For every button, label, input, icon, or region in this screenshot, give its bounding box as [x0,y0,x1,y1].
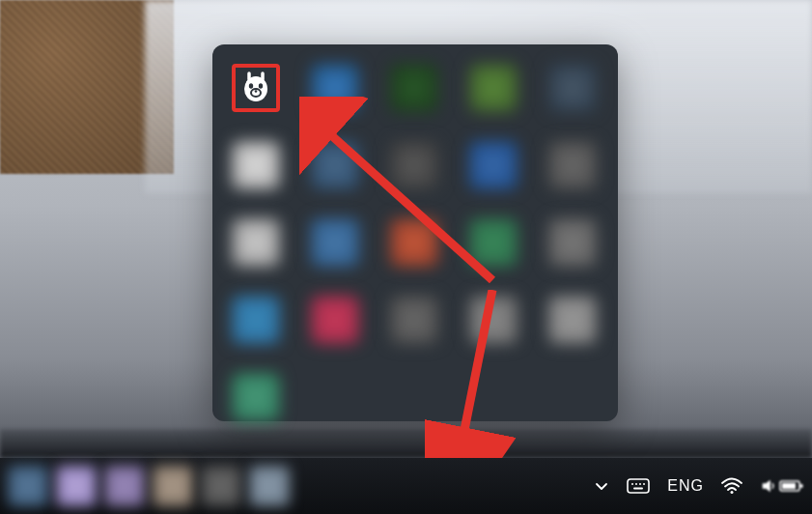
tray-icon-app-blue-4[interactable] [311,218,359,267]
tray-icon-app-teal[interactable] [232,296,280,344]
speaker-icon [760,477,777,495]
svg-point-4 [255,90,258,93]
tray-icon-app-red[interactable] [311,296,359,344]
svg-point-2 [259,83,263,89]
tray-icon-app-gray-7[interactable] [548,296,597,344]
keyboard-icon [627,476,650,496]
sound-battery-cluster[interactable] [760,477,804,495]
taskbar-pin-2[interactable] [56,466,97,506]
tray-icon-app-blue-3[interactable] [469,141,518,189]
svg-rect-16 [782,483,796,489]
tray-overflow-toggle[interactable] [594,478,609,494]
tray-icon-ollama[interactable] [232,64,280,112]
taskbar-pin-3[interactable] [104,466,145,506]
tray-icon-app-dark-green[interactable] [390,64,438,112]
network-wifi-button[interactable] [721,477,742,495]
tray-icon-app-gray-5[interactable] [390,296,438,344]
svg-point-13 [731,491,734,494]
taskbar-pin-4[interactable] [153,466,193,506]
language-indicator[interactable]: ENG [667,477,704,495]
svg-point-9 [635,483,637,485]
tray-icon-app-gray-4[interactable] [548,218,597,267]
taskbar: ENG [0,458,812,514]
svg-point-1 [249,83,253,89]
tray-icon-app-white[interactable] [232,141,280,189]
tray-icon-app-blue[interactable] [311,64,359,112]
taskbar-pinned-apps [8,466,290,506]
taskbar-pin-5[interactable] [201,466,241,506]
wallpaper-rock-region [0,429,812,458]
ollama-icon [240,71,271,105]
svg-rect-12 [633,488,643,490]
svg-rect-15 [800,484,803,488]
svg-point-10 [639,483,641,485]
tray-icon-grid [232,64,599,402]
tray-icon-app-gray-3[interactable] [548,141,597,189]
tray-icon-app-gray-6[interactable] [469,296,518,344]
svg-point-8 [631,483,633,485]
chevron-down-icon [594,478,609,494]
tray-icon-app-blue-2[interactable] [311,141,359,189]
tray-icon-app-white-2[interactable] [232,218,280,267]
tray-icon-app-wechat[interactable] [469,218,518,267]
svg-rect-7 [628,479,649,493]
tray-icon-app-orange[interactable] [390,218,438,267]
tray-icon-app-gray-1[interactable] [548,64,597,112]
tray-icon-app-gray-2[interactable] [390,141,438,189]
tray-icon-app-green[interactable] [469,64,518,112]
ime-input-indicator[interactable] [627,476,650,496]
taskbar-pin-1[interactable] [8,466,48,506]
taskbar-system-area: ENG [594,476,804,496]
svg-point-11 [643,483,645,485]
battery-icon [779,477,804,495]
taskbar-pin-6[interactable] [249,466,290,506]
wifi-icon [721,477,742,495]
system-tray-overflow-popup [212,44,618,421]
tray-icon-app-teal-2[interactable] [232,373,280,421]
